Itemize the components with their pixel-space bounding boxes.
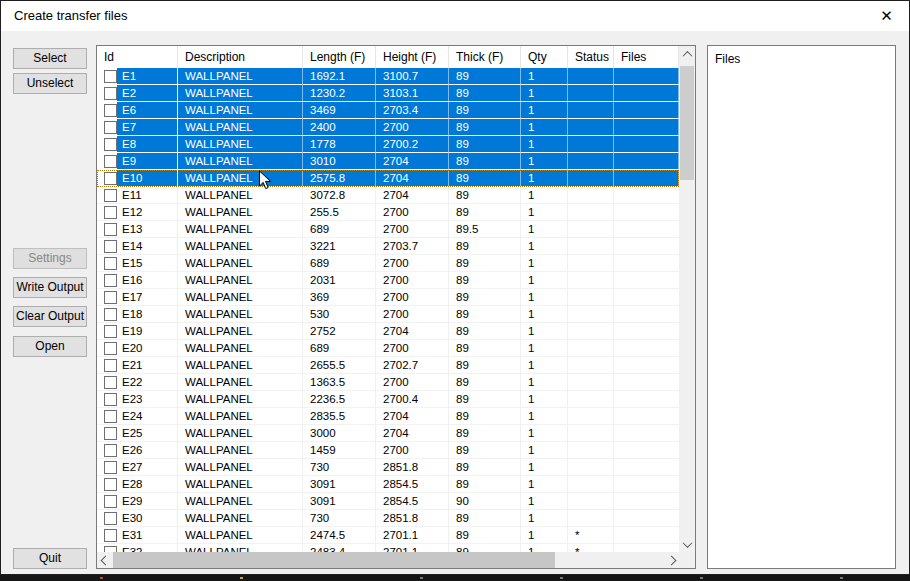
cell-thick: 89	[449, 119, 521, 136]
row-checkbox[interactable]	[104, 274, 117, 287]
row-checkbox[interactable]	[104, 223, 117, 236]
table-row-e2[interactable]: E2WALLPANEL1230.23103.1891	[97, 85, 679, 102]
row-checkbox[interactable]	[104, 529, 117, 542]
close-icon[interactable]: ✕	[864, 1, 909, 31]
row-checkbox[interactable]	[104, 461, 117, 474]
row-id-cell: E9	[97, 153, 178, 170]
row-checkbox[interactable]	[104, 359, 117, 372]
table-row-e10[interactable]: E10WALLPANEL2575.82704891	[97, 170, 679, 187]
column-header-files[interactable]: Files	[614, 46, 679, 68]
row-checkbox[interactable]	[104, 495, 117, 508]
row-checkbox[interactable]	[104, 342, 117, 355]
table-row-e20[interactable]: E20WALLPANEL6892700891	[97, 340, 679, 357]
row-checkbox[interactable]	[104, 138, 117, 151]
files-panel[interactable]: Files	[707, 45, 896, 569]
table-row-e6[interactable]: E6WALLPANEL34692703.4891	[97, 102, 679, 119]
row-checkbox[interactable]	[104, 206, 117, 219]
table-row-e19[interactable]: E19WALLPANEL27522704891	[97, 323, 679, 340]
button-select[interactable]: Select	[13, 48, 87, 69]
table-row-e31[interactable]: E31WALLPANEL2474.52701.1891*	[97, 527, 679, 544]
table-row-e11[interactable]: E11WALLPANEL3072.82704891	[97, 187, 679, 204]
window-title: Create transfer files	[14, 8, 127, 23]
table-row-e26[interactable]: E26WALLPANEL14592700891	[97, 442, 679, 459]
transfer-items-table[interactable]: IdDescriptionLength (F)Height (F)Thick (…	[96, 45, 696, 569]
table-row-e24[interactable]: E24WALLPANEL2835.52704891	[97, 408, 679, 425]
row-id-cell: E26	[97, 442, 178, 459]
cell-description: WALLPANEL	[178, 289, 303, 306]
table-row-e16[interactable]: E16WALLPANEL20312700891	[97, 272, 679, 289]
cell-height: 2700	[376, 306, 449, 323]
cell-height: 2700	[376, 272, 449, 289]
table-row-e15[interactable]: E15WALLPANEL6892700891	[97, 255, 679, 272]
quit-button[interactable]: Quit	[13, 548, 87, 569]
button-settings[interactable]: Settings	[13, 248, 87, 269]
table-row-e23[interactable]: E23WALLPANEL2236.52700.4891	[97, 391, 679, 408]
column-header-thick-f[interactable]: Thick (F)	[449, 46, 521, 68]
cell-qty: 1	[521, 357, 568, 374]
cell-files	[614, 408, 679, 425]
column-header-description[interactable]: Description	[178, 46, 303, 68]
button-write-output[interactable]: Write Output	[13, 277, 87, 298]
table-row-e12[interactable]: E12WALLPANEL255.52700891	[97, 204, 679, 221]
horizontal-scrollbar-thumb[interactable]	[113, 552, 555, 568]
table-row-e7[interactable]: E7WALLPANEL24002700891	[97, 119, 679, 136]
table-row-e28[interactable]: E28WALLPANEL30912854.5891	[97, 476, 679, 493]
row-checkbox[interactable]	[104, 376, 117, 389]
row-id-cell: E32	[97, 544, 178, 552]
row-checkbox[interactable]	[104, 410, 117, 423]
table-row-e32[interactable]: E32WALLPANEL2483.42701.1891*	[97, 544, 679, 552]
button-unselect[interactable]: Unselect	[13, 73, 87, 94]
vertical-scrollbar-thumb[interactable]	[680, 66, 694, 180]
row-checkbox[interactable]	[104, 325, 117, 338]
row-checkbox[interactable]	[104, 121, 117, 134]
vertical-scrollbar[interactable]	[679, 46, 695, 552]
horizontal-scrollbar[interactable]	[97, 552, 679, 568]
row-checkbox[interactable]	[104, 512, 117, 525]
table-row-e22[interactable]: E22WALLPANEL1363.52700891	[97, 374, 679, 391]
cell-files	[614, 289, 679, 306]
row-checkbox[interactable]	[104, 393, 117, 406]
column-header-length-f[interactable]: Length (F)	[303, 46, 376, 68]
row-checkbox[interactable]	[104, 172, 117, 185]
table-row-e21[interactable]: E21WALLPANEL2655.52702.7891	[97, 357, 679, 374]
scroll-right-button[interactable]	[663, 552, 679, 568]
row-checkbox[interactable]	[104, 308, 117, 321]
table-row-e18[interactable]: E18WALLPANEL5302700891	[97, 306, 679, 323]
cell-status	[568, 374, 614, 391]
table-row-e8[interactable]: E8WALLPANEL17782700.2891	[97, 136, 679, 153]
table-row-e1[interactable]: E1WALLPANEL1692.13100.7891	[97, 68, 679, 85]
row-checkbox[interactable]	[104, 104, 117, 117]
row-checkbox[interactable]	[104, 155, 117, 168]
scroll-down-button[interactable]	[679, 536, 695, 552]
scroll-up-button[interactable]	[679, 46, 695, 62]
row-checkbox[interactable]	[104, 444, 117, 457]
button-open[interactable]: Open	[13, 336, 87, 357]
table-row-e9[interactable]: E9WALLPANEL30102704891	[97, 153, 679, 170]
table-row-e30[interactable]: E30WALLPANEL7302851.8891	[97, 510, 679, 527]
row-checkbox[interactable]	[104, 257, 117, 270]
table-row-e29[interactable]: E29WALLPANEL30912854.5901	[97, 493, 679, 510]
column-header-qty[interactable]: Qty	[521, 46, 568, 68]
column-header-status[interactable]: Status	[568, 46, 614, 68]
table-row-e25[interactable]: E25WALLPANEL30002704891	[97, 425, 679, 442]
table-rows[interactable]: E1WALLPANEL1692.13100.7891E2WALLPANEL123…	[97, 68, 679, 552]
row-checkbox[interactable]	[104, 478, 117, 491]
column-header-height-f[interactable]: Height (F)	[376, 46, 449, 68]
column-header-id[interactable]: Id	[97, 46, 178, 68]
scroll-left-button[interactable]	[97, 552, 113, 568]
row-checkbox[interactable]	[104, 189, 117, 202]
row-checkbox[interactable]	[104, 70, 117, 83]
table-row-e17[interactable]: E17WALLPANEL3692700891	[97, 289, 679, 306]
titlebar[interactable]: Create transfer files ✕	[1, 1, 909, 31]
row-checkbox[interactable]	[104, 240, 117, 253]
row-checkbox[interactable]	[104, 291, 117, 304]
cell-status	[568, 170, 614, 187]
row-checkbox[interactable]	[104, 427, 117, 440]
row-id-label: E22	[122, 376, 142, 388]
table-row-e14[interactable]: E14WALLPANEL32212703.7891	[97, 238, 679, 255]
row-checkbox[interactable]	[104, 87, 117, 100]
table-row-e27[interactable]: E27WALLPANEL7302851.8891	[97, 459, 679, 476]
row-id-cell: E1	[97, 68, 178, 85]
button-clear-output[interactable]: Clear Output	[13, 306, 87, 327]
table-row-e13[interactable]: E13WALLPANEL689270089.51	[97, 221, 679, 238]
